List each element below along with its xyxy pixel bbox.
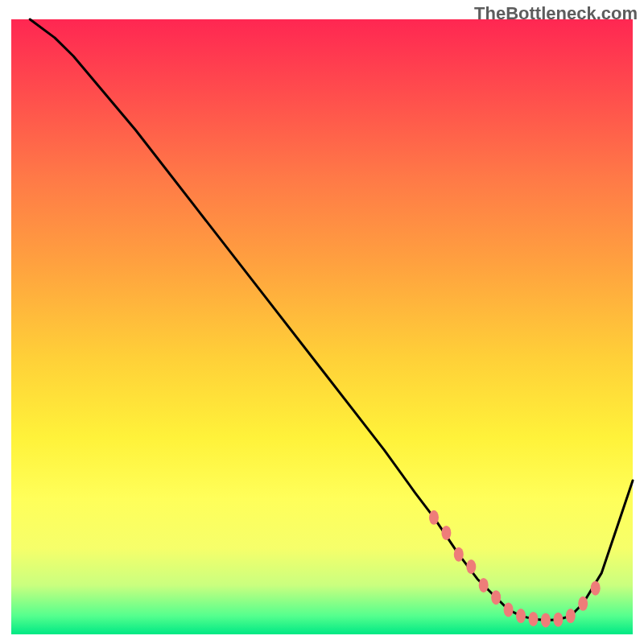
trough-marker [591, 581, 601, 596]
trough-marker [529, 612, 539, 626]
plot-area [11, 19, 633, 634]
trough-marker [479, 578, 489, 592]
chart-frame: TheBottleneck.com [0, 0, 644, 644]
trough-marker [516, 609, 526, 623]
bottleneck-curve [30, 19, 633, 620]
curve-svg [11, 19, 633, 634]
trough-marker [466, 559, 476, 574]
trough-marker [566, 609, 576, 623]
trough-marker-group [429, 510, 601, 628]
trough-marker [454, 547, 464, 562]
trough-marker [441, 526, 451, 540]
trough-marker [553, 613, 563, 627]
trough-marker [429, 510, 439, 525]
trough-marker [578, 597, 588, 611]
trough-marker [504, 602, 514, 617]
trough-marker [491, 590, 501, 605]
trough-marker [541, 613, 551, 627]
